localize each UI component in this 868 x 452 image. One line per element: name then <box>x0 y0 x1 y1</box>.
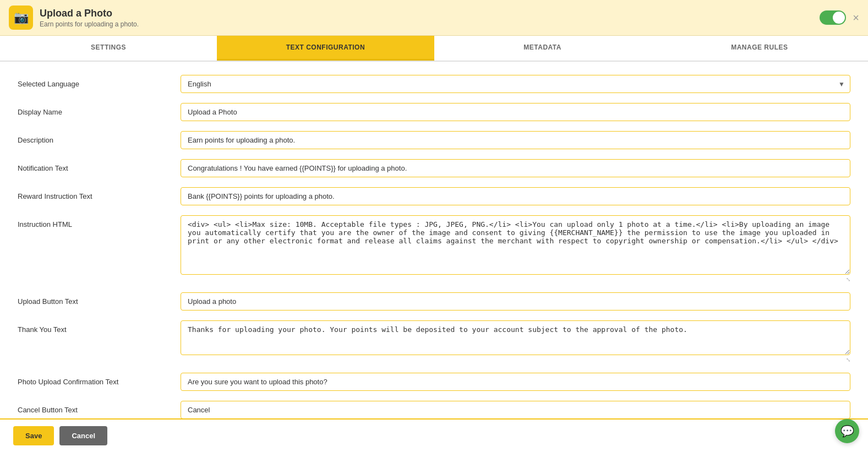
instruction-html-input-wrap: ⤡ <box>181 215 850 282</box>
notification-text-input-wrap <box>181 159 850 177</box>
description-input[interactable] <box>181 131 850 149</box>
header-title: Upload a Photo <box>40 8 139 19</box>
tab-bar: SETTINGS TEXT CONFIGURATION METADATA MAN… <box>0 36 868 62</box>
description-input-wrap <box>181 131 850 149</box>
description-row: Description <box>18 131 850 149</box>
upload-button-text-row: Upload Button Text <box>18 292 850 311</box>
header-text: Upload a Photo Earn points for uploading… <box>40 8 139 28</box>
display-name-input-wrap <box>181 103 850 121</box>
thank-you-text-textarea[interactable] <box>181 320 850 355</box>
display-name-row: Display Name <box>18 103 850 121</box>
instruction-html-label: Instruction HTML <box>18 215 172 228</box>
upload-button-text-label: Upload Button Text <box>18 292 172 306</box>
chat-icon: 💬 <box>840 424 854 438</box>
confirmation-text-label: Photo Upload Confirmation Text <box>18 373 172 386</box>
form-content: Selected Language English French Spanish… <box>0 62 868 452</box>
header-subtitle: Earn points for uploading a photo. <box>40 20 139 28</box>
selected-language-input-wrap: English French Spanish German ▼ <box>181 75 850 93</box>
chat-bubble-button[interactable]: 💬 <box>835 419 859 443</box>
reward-instruction-label: Reward Instruction Text <box>18 187 172 200</box>
confirmation-text-row: Photo Upload Confirmation Text <box>18 373 850 391</box>
reward-instruction-input[interactable] <box>181 187 850 205</box>
app-icon: 📷 <box>9 6 33 30</box>
thank-you-text-label: Thank You Text <box>18 320 172 334</box>
tab-manage-rules[interactable]: MANAGE RULES <box>651 36 868 61</box>
resize-handle-icon: ⤡ <box>181 276 850 282</box>
thank-you-text-row: Thank You Text ⤡ <box>18 320 850 363</box>
cancel-button-text-row: Cancel Button Text <box>18 401 850 419</box>
upload-button-text-input-wrap <box>181 292 850 311</box>
cancel-button-text-input-wrap <box>181 401 850 419</box>
notification-text-input[interactable] <box>181 159 850 177</box>
selected-language-label: Selected Language <box>18 75 172 88</box>
instruction-html-row: Instruction HTML ⤡ <box>18 215 850 282</box>
tab-text-configuration[interactable]: TEXT CONFIGURATION <box>217 36 434 61</box>
header: 📷 Upload a Photo Earn points for uploadi… <box>0 0 868 36</box>
description-label: Description <box>18 131 172 144</box>
display-name-input[interactable] <box>181 103 850 121</box>
close-button[interactable]: × <box>853 12 859 23</box>
upload-button-text-input[interactable] <box>181 292 850 311</box>
cancel-button[interactable]: Cancel <box>59 426 107 445</box>
thank-you-text-input-wrap: ⤡ <box>181 320 850 363</box>
tab-metadata[interactable]: METADATA <box>434 36 651 61</box>
tab-settings[interactable]: SETTINGS <box>0 36 217 61</box>
selected-language-select[interactable]: English French Spanish German <box>181 75 850 93</box>
notification-text-row: Notification Text <box>18 159 850 177</box>
reward-instruction-row: Reward Instruction Text <box>18 187 850 205</box>
instruction-html-textarea[interactable] <box>181 215 850 275</box>
footer: Save Cancel <box>0 418 868 452</box>
notification-text-label: Notification Text <box>18 159 172 172</box>
toggle-button[interactable] <box>820 10 846 25</box>
display-name-label: Display Name <box>18 103 172 116</box>
reward-instruction-input-wrap <box>181 187 850 205</box>
save-button[interactable]: Save <box>13 426 54 445</box>
confirmation-text-input-wrap <box>181 373 850 391</box>
cancel-button-text-label: Cancel Button Text <box>18 401 172 414</box>
confirmation-text-input[interactable] <box>181 373 850 391</box>
header-left: 📷 Upload a Photo Earn points for uploadi… <box>9 6 139 30</box>
resize-handle-icon-2: ⤡ <box>181 357 850 363</box>
header-right: × <box>820 10 859 25</box>
selected-language-row: Selected Language English French Spanish… <box>18 75 850 93</box>
cancel-button-text-input[interactable] <box>181 401 850 419</box>
